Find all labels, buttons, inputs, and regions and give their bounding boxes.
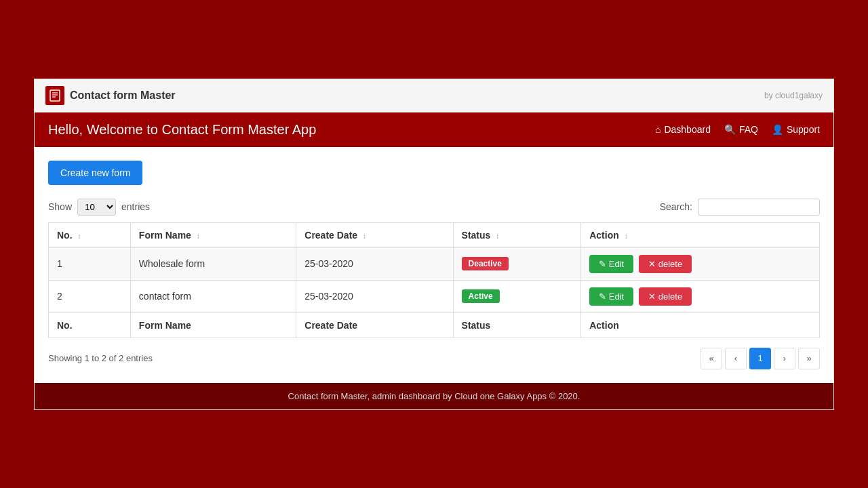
entries-select[interactable]: 10 25 50 100	[77, 199, 116, 216]
sort-icon-date: ↕	[363, 232, 366, 240]
cell-create-date: 25-03-2020	[296, 247, 453, 280]
nav-link-faq[interactable]: 🔍 FAQ	[724, 124, 758, 135]
footer-col-action: Action	[581, 312, 820, 338]
pagination-prev[interactable]: ‹	[725, 348, 747, 369]
col-form-name[interactable]: Form Name ↕	[130, 222, 296, 247]
edit-button[interactable]: ✎ Edit	[589, 255, 633, 273]
nav-link-dashboard[interactable]: ⌂ Dashboard	[655, 124, 711, 135]
table-controls: Show 10 25 50 100 entries Search:	[48, 199, 820, 216]
table-header-row: No. ↕ Form Name ↕ Create Date ↕ Status ↕…	[49, 222, 820, 247]
search-icon: 🔍	[724, 124, 736, 135]
footer-col-no: No.	[49, 312, 131, 338]
search-bar: Search:	[660, 199, 820, 216]
table-row: 2 contact form 25-03-2020 Active ✎ Edit …	[49, 280, 820, 312]
nav-link-support[interactable]: 👤 Support	[772, 124, 820, 135]
top-bar: Contact form Master by cloud1galaxy	[35, 79, 833, 113]
app-container: Contact form Master by cloud1galaxy Hell…	[34, 79, 834, 410]
svg-rect-0	[50, 90, 60, 101]
search-input[interactable]	[698, 199, 820, 216]
nav-support-label: Support	[787, 124, 820, 135]
search-label: Search:	[660, 201, 692, 212]
nav-bar: Hello, Welcome to Contact Form Master Ap…	[35, 113, 833, 147]
nav-dashboard-label: Dashboard	[664, 124, 711, 135]
user-icon: 👤	[772, 124, 783, 135]
col-action[interactable]: Action ↕	[581, 222, 820, 247]
nav-faq-label: FAQ	[739, 124, 758, 135]
pagination-current[interactable]: 1	[749, 348, 771, 369]
cell-action: ✎ Edit ✕ delete	[581, 280, 820, 312]
footer-col-form-name: Form Name	[130, 312, 296, 338]
table-row: 1 Wholesale form 25-03-2020 Deactive ✎ E…	[49, 247, 820, 280]
top-bar-left: Contact form Master	[45, 86, 176, 105]
cell-action: ✎ Edit ✕ delete	[581, 247, 820, 280]
cell-no: 1	[49, 247, 131, 280]
nav-links: ⌂ Dashboard 🔍 FAQ 👤 Support	[655, 124, 820, 135]
cell-no: 2	[49, 280, 131, 312]
edit-button[interactable]: ✎ Edit	[589, 287, 633, 306]
create-new-form-button[interactable]: Create new form	[48, 161, 142, 185]
nav-welcome: Hello, Welcome to Contact Form Master Ap…	[48, 122, 316, 138]
by-text: by cloud1galaxy	[764, 91, 823, 100]
status-badge: Deactive	[462, 257, 509, 270]
pagination-next[interactable]: ›	[774, 348, 795, 369]
col-no[interactable]: No. ↕	[49, 222, 131, 247]
main-content: Create new form Show 10 25 50 100 entrie…	[35, 147, 833, 383]
entries-label: entries	[121, 201, 150, 212]
sort-icon-action: ↕	[625, 232, 628, 240]
showing-text: Showing 1 to 2 of 2 entries	[48, 353, 153, 363]
data-table: No. ↕ Form Name ↕ Create Date ↕ Status ↕…	[48, 222, 820, 338]
sort-icon-status: ↕	[496, 232, 499, 240]
status-badge: Active	[462, 289, 500, 303]
app-footer: Contact form Master, admin dashboard by …	[35, 383, 833, 409]
pagination-last[interactable]: »	[798, 348, 820, 369]
delete-button[interactable]: ✕ delete	[639, 255, 692, 273]
col-status[interactable]: Status ↕	[453, 222, 581, 247]
cell-form-name: contact form	[130, 280, 296, 312]
app-title: Contact form Master	[70, 89, 176, 102]
pagination-first[interactable]: «	[701, 348, 722, 369]
pagination: « ‹ 1 › »	[701, 348, 820, 369]
cell-status: Active	[453, 280, 581, 312]
cell-create-date: 25-03-2020	[296, 280, 453, 312]
table-footer: Showing 1 to 2 of 2 entries « ‹ 1 › »	[48, 348, 820, 369]
footer-col-create-date: Create Date	[296, 312, 453, 338]
home-icon: ⌂	[655, 124, 660, 135]
table-footer-row: No. Form Name Create Date Status Action	[49, 312, 820, 338]
show-label: Show	[48, 201, 72, 212]
col-create-date[interactable]: Create Date ↕	[296, 222, 453, 247]
cell-form-name: Wholesale form	[130, 247, 296, 280]
footer-col-status: Status	[453, 312, 581, 338]
delete-button[interactable]: ✕ delete	[639, 287, 692, 306]
app-icon	[45, 86, 64, 105]
cell-status: Deactive	[453, 247, 581, 280]
show-entries: Show 10 25 50 100 entries	[48, 199, 150, 216]
sort-icon-no: ↕	[77, 232, 81, 240]
sort-icon-name: ↕	[197, 232, 200, 240]
footer-text: Contact form Master, admin dashboard by …	[288, 391, 580, 401]
